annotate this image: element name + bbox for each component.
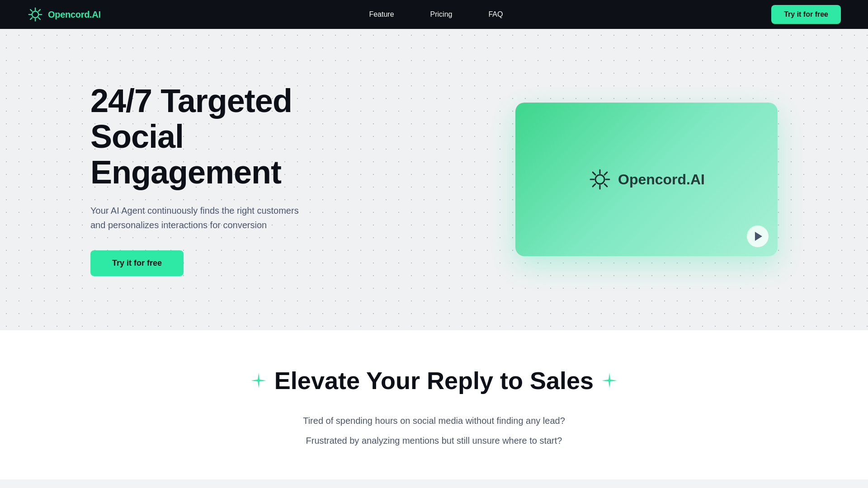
svg-line-7 [38,9,40,11]
hero-section: 24/7 Targeted Social Engagement Your AI … [0,29,868,330]
elevate-line-2: Frustrated by analyzing mentions but sti… [90,432,778,449]
svg-line-17 [593,184,595,187]
sparkle-left-icon [250,372,267,389]
svg-point-9 [595,175,604,184]
video-card: Opencord.AI [515,103,778,256]
video-card-logo-icon [588,168,612,191]
svg-line-5 [30,9,32,11]
elevate-title: Elevate Your Reply to Sales [90,366,778,394]
play-icon [755,232,762,241]
nav-feature[interactable]: Feature [369,10,394,19]
hero-left: 24/7 Targeted Social Engagement Your AI … [90,83,344,276]
svg-line-16 [604,172,607,175]
elevate-line-1: Tired of spending hours on social media … [90,413,778,429]
hero-subtitle: Your AI Agent continuously finds the rig… [90,203,307,232]
elevate-section: Elevate Your Reply to Sales Tired of spe… [0,330,868,479]
sparkle-right-icon [601,372,618,389]
hero-cta-button[interactable]: Try it for free [90,250,184,276]
play-button[interactable] [747,225,769,247]
navbar-links: Feature Pricing FAQ [369,10,503,19]
hero-right: Opencord.AI [515,103,778,256]
video-card-brand-name: Opencord.AI [618,171,705,188]
nav-pricing[interactable]: Pricing [430,10,453,19]
svg-line-15 [604,184,607,187]
svg-line-6 [38,18,40,19]
nav-faq[interactable]: FAQ [488,10,503,19]
navbar: Opencord.AI Feature Pricing FAQ Try it f… [0,0,868,29]
hero-title: 24/7 Targeted Social Engagement [90,83,344,191]
svg-line-8 [30,18,32,19]
video-card-logo: Opencord.AI [588,168,705,191]
svg-point-0 [32,11,38,18]
navbar-cta-button[interactable]: Try it for free [771,5,841,24]
logo-icon [27,6,43,23]
brand-name: Opencord.AI [48,9,101,20]
svg-line-14 [593,172,595,175]
navbar-logo[interactable]: Opencord.AI [27,6,101,23]
